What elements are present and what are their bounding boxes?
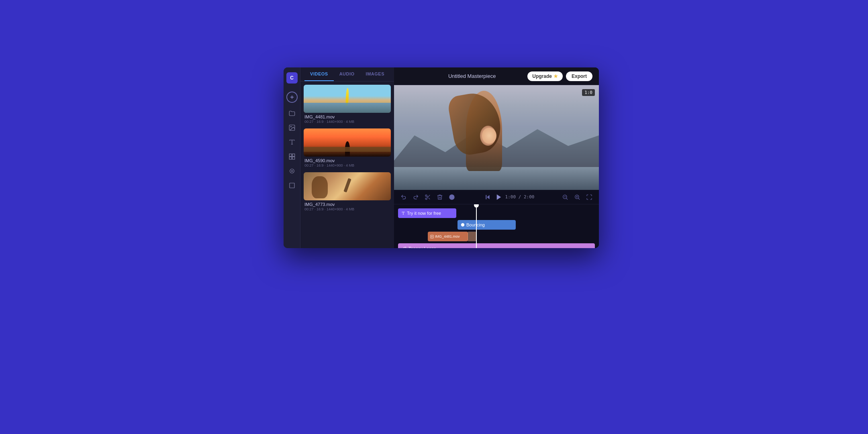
track-video-clip: IMG_4481.mov [398,231,595,242]
svg-point-3 [290,126,291,127]
media-info: IMG_4590.mov 00:27 · 16:9 · 1440×900 · 4… [304,157,391,169]
text-track-label: Try it now for free [407,211,441,216]
audio-track-label: Tooney Loons [408,246,436,248]
comment-button[interactable] [447,192,457,202]
header-actions: Upgrade ★ Export [527,71,592,81]
fullscreen-button[interactable] [584,192,594,202]
video-clip-extension [468,232,476,241]
timecode-display: 1:00 / 2:00 [505,194,535,200]
video-clip-label: IMG_4481.mov [435,234,460,238]
media-thumbnail [304,172,391,200]
export-label: Export [572,73,587,79]
editor-panel: Untitled Masterpiece Upgrade ★ Export [394,67,599,248]
upgrade-button[interactable]: Upgrade ★ [527,71,563,81]
upgrade-label: Upgrade [532,73,552,79]
svg-point-9 [291,171,292,172]
add-button[interactable] [286,92,298,103]
media-tabs: VIDEOS AUDIO IMAGES [300,67,394,82]
svg-marker-14 [487,195,490,199]
svg-point-8 [290,169,294,173]
svg-rect-15 [486,195,486,199]
media-filename: IMG_4590.mov [304,158,390,163]
media-list: IMG_4481.mov 00:27 · 16:9 · 1440×900 · 4… [300,82,394,248]
sidebar-item-text[interactable] [286,136,298,149]
cut-button[interactable] [423,192,433,202]
svg-marker-16 [496,194,501,200]
video-preview: 1:0 [394,85,599,190]
track-audio: Tooney Loons [398,243,595,248]
svg-point-12 [425,198,427,200]
svg-rect-5 [292,154,294,156]
media-info: IMG_4481.mov 00:27 · 16:9 · 1440×900 · 4… [304,113,391,125]
playhead[interactable] [476,204,477,248]
editor-header: Untitled Masterpiece Upgrade ★ Export [394,67,599,85]
timeline-tools-right [560,192,594,202]
bouncing-track-clip[interactable]: Bouncing [457,220,516,230]
editor-title: Untitled Masterpiece [448,73,496,79]
media-info: IMG_4773.mov 00:27 · 16:9 · 1440×900 · 4… [304,200,391,213]
svg-rect-4 [289,154,292,156]
svg-rect-7 [292,157,294,159]
text-track-clip[interactable]: Try it now for free [398,208,456,218]
track-text: Try it now for free [398,208,595,218]
tab-audio[interactable]: AUDIO [334,67,360,81]
sidebar-item-image[interactable] [286,121,298,134]
media-filename: IMG_4481.mov [304,114,390,119]
track-bouncing: Bouncing [398,220,595,230]
media-panel: VIDEOS AUDIO IMAGES IMG_4481.mov 00: [300,67,394,248]
export-button[interactable]: Export [566,71,592,81]
play-button[interactable] [494,192,504,202]
list-item[interactable]: IMG_4773.mov 00:27 · 16:9 · 1440×900 · 4… [304,172,391,213]
svg-point-13 [449,194,454,200]
skip-back-button[interactable] [483,192,492,202]
playback-controls: 1:00 / 2:00 [483,192,535,202]
sidebar-item-shape[interactable] [286,179,298,192]
svg-point-24 [461,223,464,226]
media-thumbnail [304,128,391,157]
timecode-badge: 1:0 [582,89,595,96]
timeline-tools-left [399,192,457,202]
svg-rect-10 [290,183,294,188]
timeline-area: 1:00 / 2:00 [394,190,599,248]
bouncing-track-label: Bouncing [466,222,485,227]
audio-track-clip[interactable]: Tooney Loons [398,243,595,248]
svg-rect-25 [431,235,434,238]
zoom-in-button[interactable] [572,192,582,202]
tab-images[interactable]: IMAGES [360,67,390,81]
media-meta: 00:27 · 16:9 · 1440×900 · 4 MB [304,207,390,211]
app-logo[interactable]: C [286,72,298,84]
star-icon: ★ [553,73,558,79]
sidebar-item-layout[interactable] [286,150,298,163]
sidebar-item-folder[interactable] [286,107,298,120]
sidebar-item-camera[interactable] [286,165,298,177]
redo-button[interactable] [411,192,421,202]
logo-text: C [290,75,294,81]
delete-button[interactable] [435,192,445,202]
timeline-tracks: Try it now for free Bouncing IMG_4481.mo… [394,204,599,248]
timeline-toolbar: 1:00 / 2:00 [394,190,599,204]
list-item[interactable]: IMG_4590.mov 00:27 · 16:9 · 1440×900 · 4… [304,128,391,169]
sidebar: C [284,67,300,248]
media-meta: 00:27 · 16:9 · 1440×900 · 4 MB [304,163,390,167]
media-meta: 00:27 · 16:9 · 1440×900 · 4 MB [304,120,390,124]
tab-videos[interactable]: VIDEOS [304,67,334,81]
list-item[interactable]: IMG_4481.mov 00:27 · 16:9 · 1440×900 · 4… [304,85,391,125]
svg-line-21 [578,198,580,200]
video-clip[interactable]: IMG_4481.mov [428,232,468,241]
svg-line-18 [566,198,568,200]
undo-button[interactable] [399,192,408,202]
app-window: C [284,67,599,248]
svg-rect-6 [289,157,292,159]
svg-point-11 [425,195,427,196]
media-filename: IMG_4773.mov [304,202,390,207]
zoom-out-button[interactable] [560,192,570,202]
media-thumbnail [304,85,391,113]
